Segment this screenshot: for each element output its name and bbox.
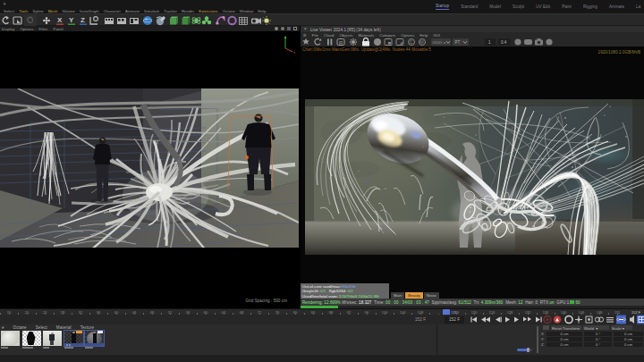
- svg-text:M: M: [420, 39, 424, 45]
- svg-text:OCIO: s: OCIO: s: [433, 40, 445, 45]
- svg-text:x: x: [293, 50, 295, 55]
- svg-text:T: T: [366, 180, 369, 185]
- svg-text:R: R: [339, 40, 343, 46]
- svg-text:Z: Z: [80, 16, 85, 24]
- svg-text:C: C: [410, 39, 413, 45]
- svg-text:Y: Y: [69, 16, 74, 24]
- svg-text:0.4: 0.4: [501, 40, 507, 45]
- svg-text:PT: PT: [455, 40, 461, 45]
- svg-text:X: X: [57, 16, 63, 24]
